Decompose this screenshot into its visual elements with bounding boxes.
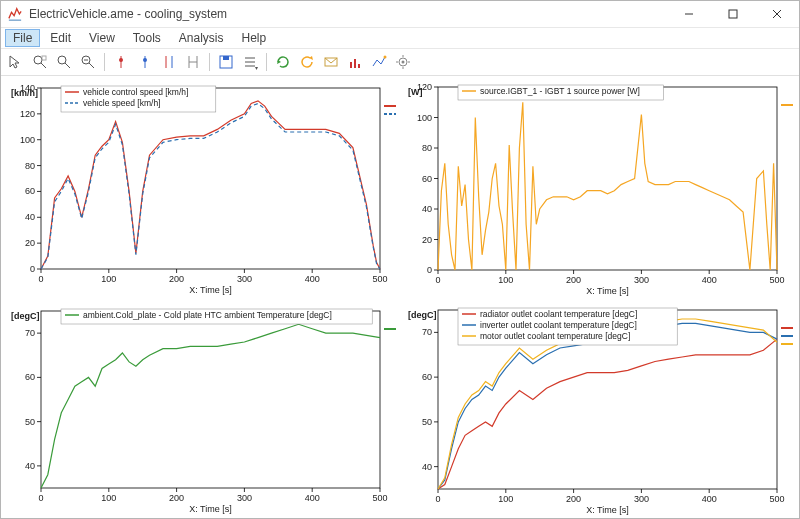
svg-text:100: 100 bbox=[498, 275, 513, 285]
svg-text:X: Time [s]: X: Time [s] bbox=[189, 504, 232, 514]
svg-rect-40 bbox=[41, 88, 380, 269]
svg-text:40: 40 bbox=[422, 462, 432, 472]
svg-rect-22 bbox=[223, 56, 229, 60]
svg-text:80: 80 bbox=[25, 161, 35, 171]
svg-text:500: 500 bbox=[769, 494, 784, 504]
svg-text:60: 60 bbox=[25, 186, 35, 196]
svg-text:300: 300 bbox=[634, 275, 649, 285]
maximize-button[interactable] bbox=[711, 1, 755, 27]
svg-text:400: 400 bbox=[305, 493, 320, 503]
svg-rect-78 bbox=[438, 87, 777, 270]
chart-cold-plate-temp[interactable]: 010020030040050040506070[degC]X: Time [s… bbox=[5, 303, 398, 518]
svg-rect-111 bbox=[41, 311, 380, 488]
svg-text:60: 60 bbox=[422, 372, 432, 382]
svg-text:400: 400 bbox=[305, 274, 320, 284]
svg-text:0: 0 bbox=[427, 265, 432, 275]
marker-blue-icon[interactable] bbox=[134, 51, 156, 73]
minimize-button[interactable] bbox=[667, 1, 711, 27]
pan-icon[interactable] bbox=[53, 51, 75, 73]
svg-text:40: 40 bbox=[25, 461, 35, 471]
svg-text:400: 400 bbox=[702, 494, 717, 504]
svg-text:0: 0 bbox=[435, 275, 440, 285]
svg-text:80: 80 bbox=[422, 143, 432, 153]
svg-text:500: 500 bbox=[372, 274, 387, 284]
svg-text:inverter outlet coolant temper: inverter outlet coolant temperature [deg… bbox=[480, 320, 637, 330]
menu-help[interactable]: Help bbox=[234, 29, 275, 47]
svg-text:40: 40 bbox=[422, 204, 432, 214]
menu-edit[interactable]: Edit bbox=[42, 29, 79, 47]
menu-analysis[interactable]: Analysis bbox=[171, 29, 232, 47]
svg-text:100: 100 bbox=[101, 493, 116, 503]
svg-text:70: 70 bbox=[422, 327, 432, 337]
save-image-icon[interactable] bbox=[215, 51, 237, 73]
svg-text:200: 200 bbox=[169, 493, 184, 503]
svg-text:200: 200 bbox=[169, 274, 184, 284]
svg-text:400: 400 bbox=[702, 275, 717, 285]
window-title: ElectricVehicle.ame - cooling_system bbox=[29, 7, 667, 21]
close-button[interactable] bbox=[755, 1, 799, 27]
svg-text:X: Time [s]: X: Time [s] bbox=[189, 285, 232, 295]
svg-text:100: 100 bbox=[498, 494, 513, 504]
toolbar-separator bbox=[266, 53, 267, 71]
cursor-icon[interactable] bbox=[5, 51, 27, 73]
svg-rect-32 bbox=[358, 64, 360, 68]
marker-red-icon[interactable] bbox=[110, 51, 132, 73]
svg-text:20: 20 bbox=[25, 238, 35, 248]
svg-text:ambient.Cold_plate - Cold plat: ambient.Cold_plate - Cold plate HTC ambi… bbox=[83, 310, 332, 320]
stats-icon[interactable] bbox=[368, 51, 390, 73]
svg-rect-31 bbox=[354, 59, 356, 68]
svg-text:100: 100 bbox=[101, 274, 116, 284]
svg-point-15 bbox=[143, 58, 147, 62]
svg-text:0: 0 bbox=[435, 494, 440, 504]
marker-multi-icon[interactable] bbox=[158, 51, 180, 73]
svg-line-10 bbox=[89, 63, 94, 68]
svg-text:300: 300 bbox=[237, 274, 252, 284]
svg-line-8 bbox=[65, 63, 70, 68]
svg-point-35 bbox=[402, 61, 405, 64]
svg-text:[km/h]: [km/h] bbox=[11, 88, 38, 98]
svg-text:50: 50 bbox=[422, 417, 432, 427]
svg-text:X: Time [s]: X: Time [s] bbox=[586, 286, 629, 296]
svg-text:60: 60 bbox=[25, 372, 35, 382]
svg-text:[W]: [W] bbox=[408, 87, 423, 97]
svg-text:300: 300 bbox=[237, 493, 252, 503]
svg-text:[degC]: [degC] bbox=[11, 311, 40, 321]
svg-text:0: 0 bbox=[30, 264, 35, 274]
zoom-fit-icon[interactable] bbox=[77, 51, 99, 73]
chart-coolant-temps[interactable]: 010020030040050040506070[degC]X: Time [s… bbox=[402, 303, 795, 518]
settings-icon[interactable] bbox=[392, 51, 414, 73]
titlebar: ElectricVehicle.ame - cooling_system bbox=[1, 1, 799, 28]
svg-rect-30 bbox=[350, 62, 352, 68]
refresh-icon[interactable] bbox=[272, 51, 294, 73]
svg-marker-26 bbox=[255, 67, 258, 70]
chart-vehicle-speed[interactable]: 0100200300400500020406080100120140[km/h]… bbox=[5, 80, 398, 299]
menu-file[interactable]: File bbox=[5, 29, 40, 47]
menu-view[interactable]: View bbox=[81, 29, 123, 47]
rotate-icon[interactable] bbox=[296, 51, 318, 73]
svg-text:300: 300 bbox=[634, 494, 649, 504]
svg-point-33 bbox=[384, 56, 387, 59]
svg-point-4 bbox=[34, 56, 42, 64]
app-icon bbox=[7, 6, 23, 22]
svg-text:60: 60 bbox=[422, 174, 432, 184]
svg-rect-1 bbox=[729, 10, 737, 18]
plot-grid: 0100200300400500020406080100120140[km/h]… bbox=[1, 76, 799, 518]
svg-point-7 bbox=[58, 56, 66, 64]
svg-text:70: 70 bbox=[25, 328, 35, 338]
marker-range-icon[interactable] bbox=[182, 51, 204, 73]
options-icon[interactable] bbox=[239, 51, 261, 73]
toolbar-separator bbox=[104, 53, 105, 71]
email-icon[interactable] bbox=[320, 51, 342, 73]
svg-text:100: 100 bbox=[417, 113, 432, 123]
menu-tools[interactable]: Tools bbox=[125, 29, 169, 47]
svg-text:vehicle control speed [km/h]: vehicle control speed [km/h] bbox=[83, 87, 188, 97]
zoom-area-icon[interactable] bbox=[29, 51, 51, 73]
menubar: File Edit View Tools Analysis Help bbox=[1, 28, 799, 49]
svg-marker-28 bbox=[309, 56, 313, 60]
svg-text:[degC]: [degC] bbox=[408, 310, 437, 320]
svg-text:120: 120 bbox=[20, 109, 35, 119]
svg-point-13 bbox=[119, 58, 123, 62]
bar-chart-icon[interactable] bbox=[344, 51, 366, 73]
svg-text:500: 500 bbox=[769, 275, 784, 285]
chart-igbt-power[interactable]: 0100200300400500020406080100120[W]X: Tim… bbox=[402, 80, 795, 299]
